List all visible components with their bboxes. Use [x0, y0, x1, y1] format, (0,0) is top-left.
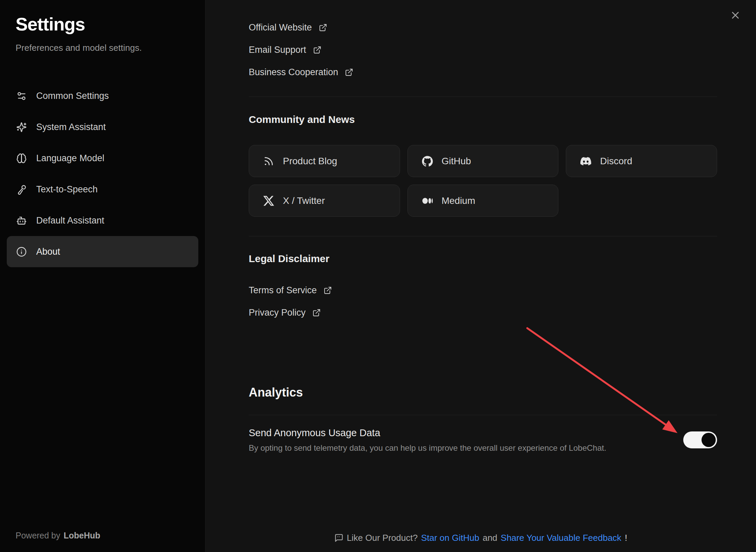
external-link-icon — [345, 68, 353, 77]
sidebar-item-label: Language Model — [36, 153, 104, 164]
telemetry-setting-label: Send Anonymous Usage Data — [249, 427, 606, 439]
legal-links: Terms of Service Privacy Policy — [249, 279, 717, 324]
sidebar-item-label: System Assistant — [36, 122, 106, 132]
telemetry-setting-text: Send Anonymous Usage Data By opting to s… — [249, 427, 606, 453]
github-icon — [422, 156, 433, 167]
business-cooperation-link[interactable]: Business Cooperation — [249, 61, 353, 83]
product-blog-button[interactable]: Product Blog — [249, 145, 400, 177]
contact-links: Official Website Email Support Business … — [249, 16, 717, 83]
sidebar-item-language-model[interactable]: Language Model — [7, 143, 198, 174]
community-buttons: Product Blog GitHub Discord X / Twitter … — [249, 145, 717, 217]
sidebar-item-label: Text-to-Speech — [36, 184, 98, 195]
external-link-icon — [324, 286, 332, 295]
github-button[interactable]: GitHub — [407, 145, 559, 177]
sidebar-item-text-to-speech[interactable]: Text-to-Speech — [7, 174, 198, 205]
external-link-icon — [319, 23, 327, 32]
powered-by: Powered byLobeHub — [16, 531, 100, 540]
button-label: Discord — [600, 156, 632, 167]
star-on-github-link[interactable]: Star on GitHub — [421, 533, 479, 543]
info-icon — [16, 247, 27, 257]
settings-sidebar: Settings Preferences and model settings.… — [0, 0, 205, 552]
external-link-icon — [312, 309, 321, 317]
lobehub-brand: LobeHub — [64, 531, 100, 540]
footer-text: Like Our Product? — [347, 533, 418, 543]
about-panel: Contact Us Official Website Email Suppor… — [205, 0, 756, 552]
section-divider — [249, 97, 717, 97]
email-support-link[interactable]: Email Support — [249, 39, 321, 61]
settings-modal: Settings Preferences and model settings.… — [0, 0, 756, 552]
footer-text: and — [483, 533, 497, 543]
legal-heading: Legal Disclaimer — [249, 252, 717, 266]
sidebar-item-label: About — [36, 247, 60, 257]
sidebar-item-label: Default Assistant — [36, 215, 104, 226]
settings-menu: Common Settings System Assistant Languag… — [7, 80, 198, 267]
telemetry-setting-description: By opting to send telemetry data, you ca… — [249, 443, 606, 453]
sidebar-item-system-assistant[interactable]: System Assistant — [7, 111, 198, 143]
telemetry-setting-row: Send Anonymous Usage Data By opting to s… — [249, 427, 717, 453]
link-label: Official Website — [249, 22, 312, 33]
community-heading: Community and News — [249, 113, 717, 126]
analytics-heading: Analytics — [249, 385, 717, 400]
button-label: Medium — [442, 195, 475, 206]
external-link-icon — [313, 46, 321, 54]
medium-icon — [422, 195, 433, 206]
contact-heading: Contact Us — [249, 0, 717, 3]
share-feedback-link[interactable]: Share Your Valuable Feedback — [501, 533, 622, 543]
sliders-icon — [16, 91, 27, 101]
privacy-policy-link[interactable]: Privacy Policy — [249, 301, 321, 324]
page-subtitle: Preferences and model settings. — [16, 43, 198, 53]
telemetry-toggle[interactable] — [683, 431, 717, 448]
x-icon — [263, 195, 274, 206]
grid-empty-cell — [566, 185, 717, 217]
button-label: X / Twitter — [283, 195, 325, 206]
discord-button[interactable]: Discord — [566, 145, 717, 177]
sidebar-item-about[interactable]: About — [7, 236, 198, 267]
close-button[interactable] — [728, 7, 743, 23]
official-website-link[interactable]: Official Website — [249, 16, 327, 39]
section-divider — [249, 415, 717, 415]
feedback-footer: Like Our Product? Star on GitHub and Sha… — [205, 533, 756, 543]
link-label: Business Cooperation — [249, 67, 338, 78]
medium-button[interactable]: Medium — [407, 185, 559, 217]
sidebar-item-common-settings[interactable]: Common Settings — [7, 80, 198, 111]
powered-by-text: Powered by — [16, 531, 60, 540]
link-label: Email Support — [249, 45, 306, 55]
sidebar-item-default-assistant[interactable]: Default Assistant — [7, 205, 198, 236]
footer-text: ! — [625, 533, 627, 543]
rss-icon — [263, 156, 274, 167]
link-label: Privacy Policy — [249, 307, 306, 318]
sidebar-item-label: Common Settings — [36, 91, 109, 101]
x-twitter-button[interactable]: X / Twitter — [249, 185, 400, 217]
mic-icon — [16, 184, 27, 195]
button-label: Product Blog — [283, 156, 337, 167]
bot-icon — [16, 215, 27, 226]
discord-icon — [580, 156, 591, 167]
section-divider — [249, 236, 717, 236]
message-square-icon — [334, 533, 343, 543]
page-title: Settings — [16, 14, 198, 35]
close-icon — [730, 9, 741, 21]
button-label: GitHub — [442, 156, 471, 167]
link-label: Terms of Service — [249, 285, 317, 296]
toggle-knob — [702, 433, 716, 447]
sparkles-icon — [16, 122, 27, 132]
brain-icon — [16, 153, 27, 164]
terms-of-service-link[interactable]: Terms of Service — [249, 279, 332, 301]
